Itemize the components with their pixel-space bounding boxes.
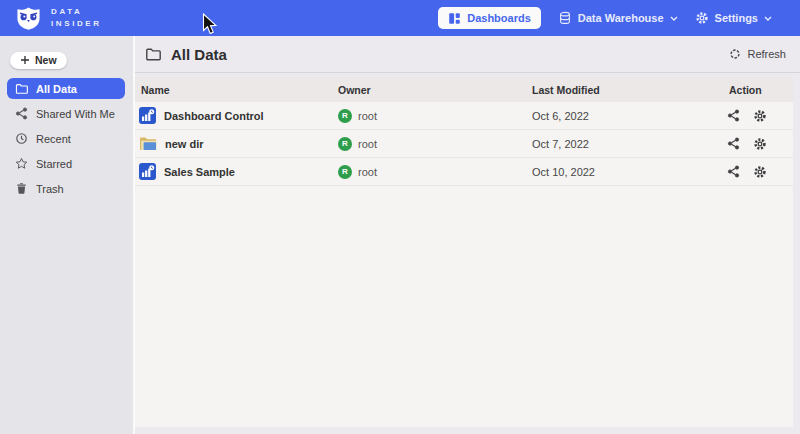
owner-avatar: R bbox=[338, 109, 352, 123]
last-modified: Oct 10, 2022 bbox=[526, 166, 723, 178]
chart-file-icon bbox=[139, 163, 156, 180]
app-name: DATA INSIDER bbox=[51, 6, 102, 30]
data-warehouse-menu[interactable]: Data Warehouse bbox=[558, 11, 678, 25]
page-title: All Data bbox=[171, 46, 227, 63]
file-name: new dir bbox=[165, 138, 204, 150]
gear-icon[interactable] bbox=[753, 109, 767, 123]
top-navigation: Dashboards Data Warehouse bbox=[438, 7, 772, 29]
dashboards-button[interactable]: Dashboards bbox=[438, 7, 541, 29]
share-icon[interactable] bbox=[727, 137, 740, 150]
last-modified: Oct 6, 2022 bbox=[526, 110, 723, 122]
file-table: Name Owner Last Modified Action bbox=[135, 77, 793, 427]
sidebar-item-label: All Data bbox=[36, 83, 77, 95]
table-row[interactable]: Sales Sample R root Oct 10, 2022 bbox=[135, 158, 793, 186]
column-header-name: Name bbox=[135, 84, 332, 96]
sidebar-item-label: Recent bbox=[36, 133, 71, 145]
owner-avatar: R bbox=[338, 165, 352, 179]
sidebar-item-label: Starred bbox=[36, 158, 72, 170]
plus-icon bbox=[20, 55, 30, 65]
page-header: All Data Refresh bbox=[135, 36, 800, 73]
sidebar: New All Data Shared With Me bbox=[0, 36, 133, 434]
app-logo: DATA INSIDER bbox=[16, 6, 102, 31]
file-name: Sales Sample bbox=[164, 166, 235, 178]
top-bar: DATA INSIDER Dashboards bbox=[0, 0, 800, 36]
refresh-icon bbox=[729, 48, 741, 60]
share-icon bbox=[15, 107, 28, 120]
owner-name: root bbox=[358, 138, 377, 150]
owner-name: root bbox=[358, 110, 377, 122]
sidebar-item-shared-with-me[interactable]: Shared With Me bbox=[7, 103, 125, 124]
settings-label: Settings bbox=[715, 12, 758, 24]
new-button-label: New bbox=[35, 54, 57, 66]
dashboard-icon bbox=[448, 12, 461, 25]
main-content: All Data Refresh Name Owner Last Modifie… bbox=[133, 36, 800, 434]
folder-file-icon bbox=[139, 136, 157, 151]
chart-file-icon bbox=[139, 107, 156, 124]
last-modified: Oct 7, 2022 bbox=[526, 138, 723, 150]
sidebar-nav: All Data Shared With Me bbox=[0, 78, 133, 199]
table-row[interactable]: new dir R root Oct 7, 2022 bbox=[135, 130, 793, 158]
data-warehouse-label: Data Warehouse bbox=[578, 12, 664, 24]
owner-avatar: R bbox=[338, 137, 352, 151]
chevron-down-icon bbox=[670, 16, 678, 21]
refresh-button[interactable]: Refresh bbox=[729, 48, 786, 60]
sidebar-item-all-data[interactable]: All Data bbox=[7, 78, 125, 99]
owner-name: root bbox=[358, 166, 377, 178]
sidebar-item-label: Shared With Me bbox=[36, 108, 115, 120]
sidebar-item-recent[interactable]: Recent bbox=[7, 128, 125, 149]
database-icon bbox=[558, 11, 572, 25]
settings-menu[interactable]: Settings bbox=[695, 11, 772, 25]
star-icon bbox=[15, 157, 28, 170]
folder-icon bbox=[15, 82, 28, 95]
table-row[interactable]: Dashboard Control R root Oct 6, 2022 bbox=[135, 102, 793, 130]
gear-icon[interactable] bbox=[753, 165, 767, 179]
clock-icon bbox=[15, 132, 28, 145]
share-icon[interactable] bbox=[727, 165, 740, 178]
trash-icon bbox=[15, 182, 28, 195]
sidebar-item-starred[interactable]: Starred bbox=[7, 153, 125, 174]
refresh-label: Refresh bbox=[747, 48, 786, 60]
sidebar-item-label: Trash bbox=[36, 183, 64, 195]
gear-icon bbox=[695, 11, 709, 25]
column-header-last-modified: Last Modified bbox=[526, 84, 723, 96]
gear-icon[interactable] bbox=[753, 137, 767, 151]
folder-icon bbox=[145, 46, 161, 62]
chevron-down-icon bbox=[764, 16, 772, 21]
column-header-action: Action bbox=[723, 84, 793, 96]
table-header-row: Name Owner Last Modified Action bbox=[135, 77, 793, 102]
new-button[interactable]: New bbox=[10, 52, 67, 69]
file-name: Dashboard Control bbox=[164, 110, 264, 122]
dashboards-label: Dashboards bbox=[467, 12, 531, 24]
sidebar-item-trash[interactable]: Trash bbox=[7, 178, 125, 199]
owl-logo-icon bbox=[16, 6, 41, 31]
column-header-owner: Owner bbox=[332, 84, 526, 96]
share-icon[interactable] bbox=[727, 109, 740, 122]
